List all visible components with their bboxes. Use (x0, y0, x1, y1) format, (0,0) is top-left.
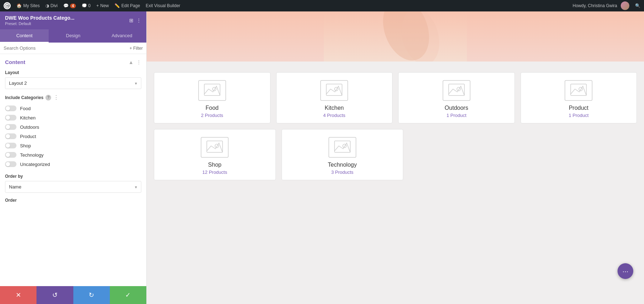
collapse-icon[interactable]: ▲ (128, 59, 133, 65)
card-outdoors[interactable]: Outdoors 1 Product (398, 72, 515, 123)
tab-design[interactable]: Design (49, 29, 97, 43)
howdy-label: Howdy, Christina Gwira (573, 1, 629, 10)
card-product-count: 1 Product (569, 113, 589, 118)
layout-select[interactable]: Layout 1 Layout 2 Layout 3 (5, 77, 141, 89)
orderby-select-wrapper: Name Date ID Count ▼ (5, 181, 141, 193)
toggle-food[interactable] (5, 106, 16, 111)
card-food-image (198, 80, 226, 101)
category-uncategorized-label: Uncategorized (20, 162, 50, 167)
card-product-image (564, 80, 593, 101)
tab-content[interactable]: Content (0, 29, 49, 43)
admin-bar: W 🏠 My Sites ◑ Divi 💬 4 💭 0 + New ✏️ Edi… (0, 0, 644, 11)
category-row-2: Shop 12 Products Technology 3 Products (154, 129, 637, 180)
card-product[interactable]: Product 1 Product (521, 72, 637, 123)
category-technology-label: Technology (20, 152, 44, 158)
card-shop[interactable]: Shop 12 Products (154, 129, 276, 180)
redo-button[interactable]: ↻ (73, 286, 110, 304)
content-section-title: Content (5, 59, 25, 65)
search-icon: 🔍 (635, 3, 640, 8)
redo-icon: ↻ (89, 291, 94, 299)
left-panel: DWE Woo Products Catego... Preset: Defau… (0, 11, 147, 304)
category-row-1: Food 2 Products Kitchen 4 Products (154, 72, 637, 123)
category-shop-label: Shop (20, 143, 31, 148)
layout-icon[interactable]: ⊞ (129, 18, 133, 23)
card-kitchen-name: Kitchen (325, 105, 344, 111)
undo-button[interactable]: ↺ (36, 286, 73, 304)
category-food: Food (5, 104, 141, 113)
filler-2 (526, 129, 637, 180)
category-uncategorized: Uncategorized (5, 160, 141, 169)
bubble-btn[interactable]: 💭 0 (82, 3, 91, 8)
order-label: Order (5, 198, 141, 203)
categories-more-icon[interactable]: ⋮ (53, 94, 59, 101)
floating-action-button[interactable]: ··· (618, 263, 633, 279)
plus-icon: + (96, 3, 99, 8)
card-outdoors-name: Outdoors (445, 105, 468, 111)
comments-badge: 4 (70, 4, 76, 8)
panel-tabs: Content Design Advanced (0, 29, 146, 43)
card-shop-count: 12 Products (203, 170, 227, 175)
exit-builder-btn[interactable]: Exit Visual Builder (146, 3, 180, 8)
category-outdoors-label: Outdoors (20, 124, 39, 130)
card-food-name: Food (206, 105, 219, 111)
cancel-button[interactable]: ✕ (0, 286, 36, 304)
tab-advanced[interactable]: Advanced (98, 29, 146, 43)
help-icon[interactable]: ? (45, 95, 51, 100)
card-food[interactable]: Food 2 Products (154, 72, 270, 123)
categories-label: Include Categories (5, 95, 43, 100)
toggle-kitchen[interactable] (5, 115, 16, 121)
category-shop: Shop (5, 141, 141, 150)
edit-page-btn[interactable]: ✏️ Edit Page (114, 3, 140, 8)
category-kitchen-label: Kitchen (20, 115, 35, 121)
panel-footer: ✕ ↺ ↻ ✓ (0, 286, 146, 304)
more-options-icon[interactable]: ⋮ (136, 18, 141, 23)
card-shop-name: Shop (208, 162, 221, 168)
my-sites-btn[interactable]: 🏠 My Sites (16, 3, 40, 8)
new-btn[interactable]: + New (96, 3, 109, 8)
svg-text:W: W (6, 4, 9, 8)
wp-logo-icon: W (4, 2, 11, 9)
orderby-select[interactable]: Name Date ID Count (5, 181, 141, 193)
card-product-name: Product (569, 105, 589, 111)
bubble-icon: 💭 (82, 3, 87, 8)
filter-label: + Filter (130, 46, 143, 51)
category-grid: Food 2 Products Kitchen 4 Products (147, 62, 644, 197)
orderby-label: Order by (5, 174, 141, 179)
filter-button[interactable]: + Filter (130, 46, 143, 51)
card-kitchen-count: 4 Products (323, 113, 345, 118)
card-food-count: 2 Products (201, 113, 223, 118)
card-kitchen[interactable]: Kitchen 4 Products (276, 72, 393, 123)
category-product-label: Product (20, 134, 36, 139)
card-technology[interactable]: Technology 3 Products (282, 129, 404, 180)
category-outdoors: Outdoors (5, 122, 141, 132)
divi-btn[interactable]: ◑ Divi (45, 3, 58, 8)
search-input[interactable] (4, 45, 127, 51)
toggle-technology[interactable] (5, 152, 16, 158)
card-technology-count: 3 Products (331, 170, 353, 175)
toggle-shop[interactable] (5, 143, 16, 148)
section-more-icon[interactable]: ⋮ (136, 59, 141, 65)
categories-header: Include Categories ? ⋮ (5, 94, 141, 101)
search-bar: + Filter (0, 43, 146, 54)
hero-image (147, 11, 644, 62)
toggle-uncategorized[interactable] (5, 161, 16, 167)
panel-title: DWE Woo Products Catego... (5, 15, 74, 21)
card-outdoors-image (442, 80, 471, 101)
save-button[interactable]: ✓ (110, 286, 146, 304)
category-product: Product (5, 132, 141, 141)
categories-list: Food Kitchen Outdoors Product Shop (5, 104, 141, 169)
search-btn[interactable]: 🔍 (635, 3, 640, 8)
toggle-product[interactable] (5, 133, 16, 139)
card-kitchen-image (320, 80, 348, 101)
toggle-outdoors[interactable] (5, 124, 16, 130)
wp-logo-btn[interactable]: W (4, 2, 11, 9)
comments-btn[interactable]: 💬 4 (63, 3, 76, 8)
undo-icon: ↺ (52, 291, 58, 299)
filler-1 (409, 129, 520, 180)
cancel-icon: ✕ (16, 291, 21, 299)
panel-body: Content ▲ ⋮ Layout Layout 1 Layout 2 Lay… (0, 54, 146, 286)
category-food-label: Food (20, 106, 31, 111)
canvas: Food 2 Products Kitchen 4 Products (147, 11, 644, 304)
home-icon: 🏠 (16, 3, 22, 8)
layout-select-wrapper: Layout 1 Layout 2 Layout 3 ▼ (5, 77, 141, 89)
